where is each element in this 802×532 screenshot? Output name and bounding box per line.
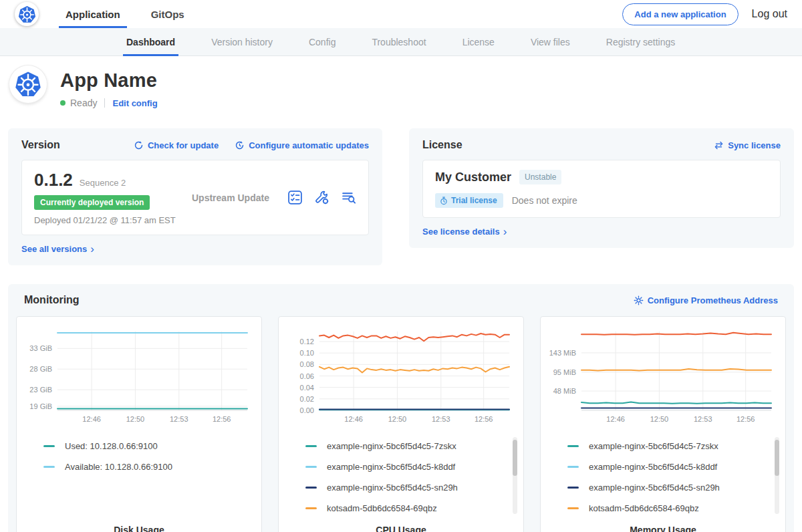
legend-label: kotsadm-5db6dc6584-69qbz	[589, 503, 699, 513]
trial-license-badge: Trial license	[435, 193, 503, 208]
check-for-update-label: Check for update	[148, 140, 219, 150]
currently-deployed-badge: Currently deployed version	[34, 195, 150, 210]
svg-text:12:56: 12:56	[213, 415, 231, 423]
chart-card-memory-usage: 12:4612:5012:5312:56143 MiB95 MiB48 MiBe…	[540, 316, 786, 532]
page-title: App Name	[60, 70, 158, 92]
legend-dash-icon	[567, 487, 579, 489]
legend-label: example-nginx-5bc6f5d4c5-7zskx	[589, 441, 718, 451]
deployed-timestamp: Deployed 01/21/22 @ 11:57 am EST	[34, 215, 192, 225]
svg-text:0.08: 0.08	[300, 360, 314, 368]
svg-text:48 MiB: 48 MiB	[553, 387, 576, 395]
chart-legend-memory-usage: example-nginx-5bc6f5d4c5-7zskxexample-ng…	[541, 426, 785, 525]
sync-arrows-icon	[714, 141, 724, 150]
top-nav: Application GitOps Add a new application…	[0, 0, 802, 28]
status-dot	[60, 100, 65, 106]
chart-title-disk-usage: Disk Usage	[17, 525, 261, 532]
svg-text:0.02: 0.02	[300, 395, 314, 403]
chart-card-disk-usage: 12:4612:5012:5312:5633 GiB28 GiB23 GiB19…	[16, 316, 262, 532]
see-all-versions-label: See all versions	[21, 244, 87, 254]
legend-dash-icon	[305, 445, 317, 447]
svg-text:0.12: 0.12	[300, 338, 314, 346]
channel-badge: Unstable	[519, 170, 561, 184]
logout-link[interactable]: Log out	[752, 8, 787, 20]
tab-gitops[interactable]: GitOps	[144, 0, 191, 28]
legend-item: example-nginx-5bc6f5d4c5-7zskx	[305, 441, 523, 451]
version-number: 0.1.2	[34, 170, 73, 190]
subnav-item-view-files[interactable]: View files	[513, 28, 588, 55]
check-for-update-link[interactable]: Check for update	[134, 140, 219, 150]
license-card: License Sync license My Customer Unstabl…	[409, 128, 794, 248]
subnav-item-config[interactable]: Config	[291, 28, 354, 55]
subnav-item-version-history[interactable]: Version history	[193, 28, 291, 55]
version-card: Version Check for update Configure autom…	[8, 128, 382, 265]
config-wrench-icon[interactable]	[314, 190, 329, 205]
svg-text:12:46: 12:46	[82, 415, 101, 423]
add-application-button[interactable]: Add a new application	[622, 3, 738, 25]
svg-text:12:50: 12:50	[388, 415, 407, 423]
legend-scrollbar-thumb[interactable]	[775, 440, 779, 476]
legend-item: example-nginx-5bc6f5d4c5-sn29h	[305, 483, 523, 493]
preflight-checks-icon[interactable]	[287, 190, 303, 205]
svg-text:12:56: 12:56	[475, 415, 493, 423]
chart-plot-cpu-usage: 12:4612:5012:5312:560.120.100.080.060.04…	[286, 325, 516, 426]
legend-label: kotsadm-5db6dc6584-69qbz	[327, 503, 437, 513]
see-license-details-label: See license details	[422, 227, 500, 237]
top-nav-tabs: Application GitOps	[59, 0, 209, 28]
divider	[104, 98, 105, 108]
svg-text:12:53: 12:53	[694, 415, 712, 423]
legend-dash-icon	[567, 466, 579, 468]
see-all-versions-link[interactable]: See all versions ›	[21, 244, 94, 254]
chart-plot-memory-usage: 12:4612:5012:5312:56143 MiB95 MiB48 MiB	[548, 325, 778, 426]
view-diff-files-icon[interactable]	[341, 190, 356, 205]
chevron-right-icon: ›	[90, 246, 94, 253]
subnav-item-dashboard[interactable]: Dashboard	[108, 28, 193, 55]
svg-text:33 GiB: 33 GiB	[29, 344, 52, 352]
legend-scrollbar-thumb[interactable]	[513, 440, 517, 476]
subnav-item-troubleshoot[interactable]: Troubleshoot	[354, 28, 444, 55]
chart-legend-disk-usage: Used: 10.128.0.66:9100Available: 10.128.…	[17, 426, 261, 525]
svg-text:95 MiB: 95 MiB	[553, 368, 576, 376]
current-version-panel: 0.1.2 Sequence 2 Currently deployed vers…	[21, 160, 369, 235]
see-license-details-link[interactable]: See license details ›	[422, 227, 507, 237]
svg-text:12:46: 12:46	[344, 415, 363, 423]
configure-prometheus-link[interactable]: Configure Prometheus Address	[634, 295, 778, 305]
legend-dash-icon	[567, 507, 579, 509]
svg-text:28 GiB: 28 GiB	[29, 365, 52, 373]
app-subnav: DashboardVersion historyConfigTroublesho…	[0, 28, 802, 56]
svg-text:12:50: 12:50	[650, 415, 669, 423]
cards-row: Version Check for update Configure autom…	[0, 118, 802, 265]
customer-name: My Customer	[435, 170, 511, 184]
subnav-item-license[interactable]: License	[444, 28, 513, 55]
subnav-item-registry-settings[interactable]: Registry settings	[588, 28, 693, 55]
configure-automatic-updates-link[interactable]: Configure automatic updates	[235, 140, 369, 150]
edit-config-link[interactable]: Edit config	[112, 98, 157, 108]
legend-item: kotsadm-5db6dc6584-69qbz	[305, 503, 523, 513]
top-nav-right: Add a new application Log out	[622, 3, 787, 25]
legend-label: Available: 10.128.0.66:9100	[65, 462, 172, 472]
chart-title-cpu-usage: CPU Usage	[279, 525, 523, 532]
svg-text:19 GiB: 19 GiB	[29, 402, 52, 410]
legend-item: Used: 10.128.0.66:9100	[43, 441, 261, 451]
legend-item: kotsadm-5db6dc6584-69qbz	[567, 503, 785, 513]
legend-label: example-nginx-5bc6f5d4c5-sn29h	[327, 483, 458, 493]
legend-item: example-nginx-5bc6f5d4c5-k8ddf	[305, 462, 523, 472]
app-icon	[9, 65, 47, 103]
gear-icon	[634, 295, 644, 305]
configure-automatic-updates-label: Configure automatic updates	[249, 140, 369, 150]
tab-application[interactable]: Application	[59, 0, 127, 28]
kubernetes-wheel-icon	[15, 71, 41, 98]
legend-item: example-nginx-5bc6f5d4c5-k8ddf	[567, 462, 785, 472]
legend-scrollbar[interactable]	[775, 437, 779, 514]
auto-update-clock-icon	[235, 140, 245, 150]
svg-text:12:46: 12:46	[606, 415, 625, 423]
legend-label: Used: 10.128.0.66:9100	[65, 441, 158, 451]
kubernetes-logo[interactable]	[15, 2, 39, 26]
legend-scrollbar[interactable]	[513, 437, 517, 514]
version-sequence: Sequence 2	[80, 178, 126, 188]
version-card-title: Version	[21, 139, 60, 151]
legend-dash-icon	[567, 445, 579, 447]
status-label: Ready	[70, 98, 97, 108]
chevron-right-icon: ›	[503, 229, 507, 235]
legend-label: example-nginx-5bc6f5d4c5-k8ddf	[589, 462, 717, 472]
sync-license-link[interactable]: Sync license	[714, 140, 781, 150]
